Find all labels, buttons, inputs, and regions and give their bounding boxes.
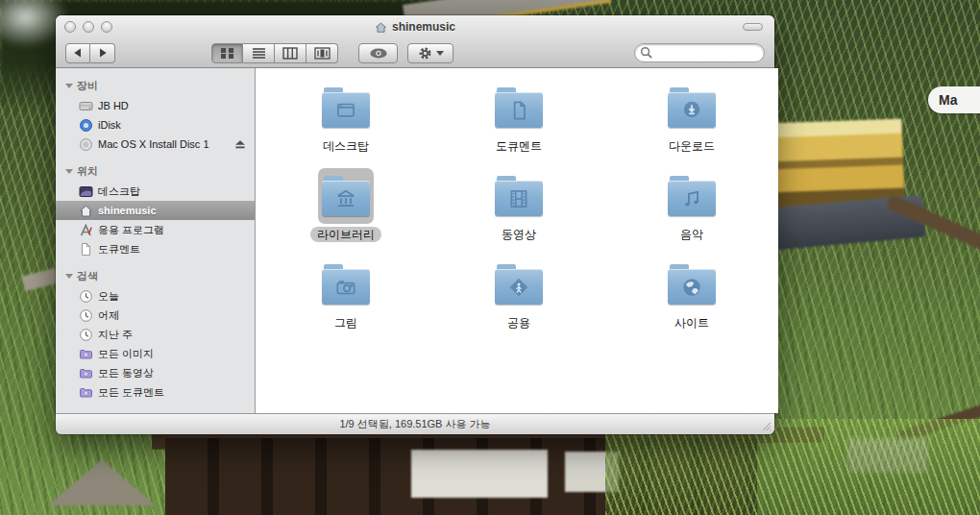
sidebar-item-all-movies[interactable]: 모든 동영상 — [56, 363, 255, 382]
icon-view-area[interactable]: 데스크탑 도큐멘트 다운로드 — [256, 68, 778, 413]
folder-label: 그림 — [334, 316, 357, 330]
search-input[interactable] — [653, 47, 754, 59]
section-title: 위치 — [77, 164, 98, 179]
applications-icon — [79, 223, 93, 237]
camera-glyph-icon — [333, 275, 358, 300]
sidebar-item-label: Mac OS X Install Disc 1 — [98, 138, 209, 150]
list-view-icon — [252, 47, 266, 60]
document-glyph-icon — [506, 98, 531, 123]
sidebar-item-documents[interactable]: 도큐멘트 — [56, 239, 255, 258]
eject-icon[interactable] — [233, 137, 247, 151]
desktop: Ma shinemusic — [0, 0, 980, 515]
coverflow-view-button[interactable] — [306, 43, 338, 63]
music-note-glyph-icon — [679, 186, 704, 211]
home-icon — [375, 21, 387, 34]
library-glyph-icon — [333, 186, 358, 211]
column-view-icon — [282, 47, 298, 60]
clock-icon — [79, 328, 93, 342]
background-golden-pavilion — [765, 119, 904, 212]
folder-sites[interactable]: 사이트 — [620, 257, 764, 345]
quicklook-button[interactable] — [358, 43, 398, 63]
folder-label: 도큐멘트 — [496, 139, 542, 153]
document-icon — [79, 242, 93, 257]
folder-music[interactable]: 음악 — [620, 168, 764, 257]
film-strip-glyph-icon — [506, 186, 531, 211]
sidebar-item-label: 지난 주 — [98, 328, 133, 342]
sidebar-item-idisk[interactable]: iDisk — [56, 115, 255, 135]
navigation-buttons — [65, 43, 115, 63]
folder-movies[interactable]: 동영상 — [447, 168, 591, 257]
toolbar-toggle-button[interactable] — [743, 23, 763, 31]
resize-grip[interactable] — [760, 420, 772, 431]
quicklook-eye-icon — [369, 47, 388, 60]
sidebar-section-places[interactable]: 위치 — [56, 161, 255, 182]
toolbar — [56, 38, 774, 68]
title-bar[interactable]: shinemusic — [56, 15, 774, 38]
desktop-icon-label-clipped[interactable]: Ma — [928, 86, 980, 113]
background-branch — [885, 194, 980, 266]
forward-icon — [97, 47, 109, 59]
background-branch — [894, 394, 980, 444]
sidebar-item-applications[interactable]: 응용 프로그램 — [56, 220, 255, 239]
folder-label: 사이트 — [674, 316, 709, 330]
idisk-icon — [79, 118, 93, 133]
sidebar-item-install-disc[interactable]: Mac OS X Install Disc 1 — [56, 135, 255, 154]
search-field[interactable] — [634, 43, 765, 62]
folder-label: 음악 — [680, 228, 703, 241]
list-view-button[interactable] — [243, 43, 275, 63]
folder-documents[interactable]: 도큐멘트 — [447, 80, 591, 168]
sidebar-item-label: 도큐멘트 — [98, 242, 140, 257]
folder-downloads[interactable]: 다운로드 — [620, 80, 764, 168]
column-view-button[interactable] — [275, 43, 306, 63]
sidebar-section-search[interactable]: 검색 — [56, 266, 255, 286]
smart-folder-icon — [79, 366, 93, 380]
sidebar-item-today[interactable]: 오늘 — [56, 286, 255, 306]
sidebar-item-all-documents[interactable]: 모든 도큐멘트 — [56, 382, 255, 402]
smart-folder-icon — [79, 347, 93, 361]
icon-view-icon — [220, 47, 234, 60]
sidebar-item-past-week[interactable]: 지난 주 — [56, 325, 255, 344]
folder-label: 데스크탑 — [323, 139, 369, 153]
home-icon — [79, 204, 93, 218]
background-white-wall — [411, 450, 548, 498]
folder-library-selected[interactable]: 라이브러리 — [274, 168, 418, 257]
folder-label: 라이브러리 — [317, 228, 375, 241]
sidebar-item-label: shinemusic — [98, 205, 157, 216]
public-sign-glyph-icon — [506, 275, 531, 300]
section-title: 검색 — [77, 269, 98, 283]
finder-window: shinemusic — [56, 15, 774, 434]
sidebar-section-devices[interactable]: 장비 — [56, 76, 255, 96]
folder-public[interactable]: 공용 — [447, 257, 591, 345]
back-button[interactable] — [65, 43, 90, 63]
window-body: 장비 JB HD iDisk Mac OS X Install Disc 1 — [56, 68, 774, 413]
clock-icon — [79, 308, 93, 323]
dropdown-arrow-icon — [436, 51, 444, 56]
sidebar-item-label: 응용 프로그램 — [98, 223, 164, 237]
optical-disc-icon — [79, 137, 93, 152]
sidebar-item-label: 데스크탑 — [98, 184, 140, 199]
view-mode-segmented-control — [211, 43, 338, 63]
sidebar-item-jb-hd[interactable]: JB HD — [56, 96, 255, 115]
window-title: shinemusic — [392, 20, 455, 34]
sidebar-item-all-images[interactable]: 모든 이미지 — [56, 344, 255, 363]
folder-label: 공용 — [507, 316, 530, 330]
sidebar-item-desktop[interactable]: 데스크탑 — [56, 182, 255, 201]
search-icon — [640, 46, 653, 60]
globe-glyph-icon — [679, 275, 704, 300]
forward-button[interactable] — [90, 43, 115, 63]
disclosure-triangle-icon[interactable] — [65, 84, 73, 88]
action-button[interactable] — [407, 43, 453, 63]
sidebar: 장비 JB HD iDisk Mac OS X Install Disc 1 — [56, 68, 256, 413]
folder-desktop[interactable]: 데스크탑 — [274, 80, 418, 168]
sidebar-item-label: 모든 동영상 — [98, 366, 154, 380]
disclosure-triangle-icon[interactable] — [65, 169, 73, 174]
folder-label: 다운로드 — [669, 139, 715, 153]
icon-view-button[interactable] — [211, 43, 243, 63]
status-bar: 1/9 선택됨, 169.51GB 사용 가능 — [56, 413, 774, 434]
download-glyph-icon — [679, 98, 704, 123]
sidebar-item-yesterday[interactable]: 어제 — [56, 306, 255, 325]
background-white-wall — [565, 452, 619, 492]
folder-pictures[interactable]: 그림 — [274, 257, 418, 345]
disclosure-triangle-icon[interactable] — [65, 274, 73, 279]
sidebar-item-shinemusic[interactable]: shinemusic — [56, 201, 255, 220]
